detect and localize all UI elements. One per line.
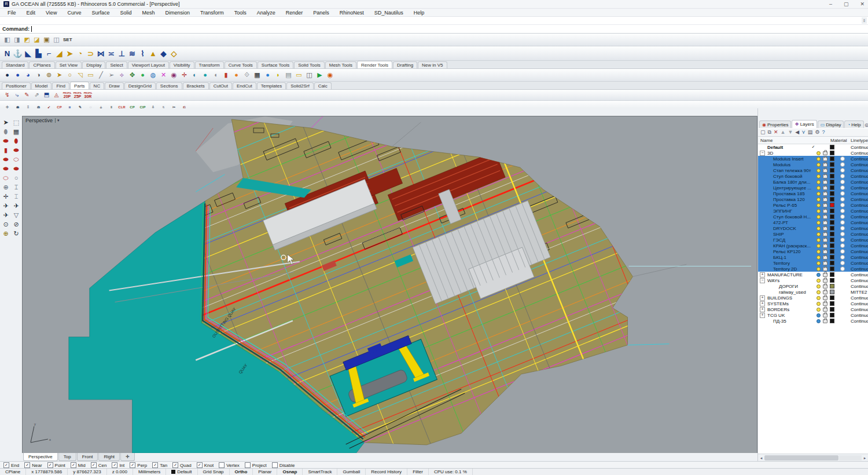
tab-display[interactable]: Display (82, 61, 105, 68)
tab-positioner[interactable]: Positioner (2, 82, 31, 89)
tab-find[interactable]: Find (52, 82, 69, 89)
toolbar-icon[interactable]: ● (13, 71, 23, 79)
toolbar-icon[interactable]: ➤ (65, 49, 75, 58)
tab-surface-tools[interactable]: Surface Tools (258, 61, 293, 68)
new-layer-icon[interactable]: ▢ (760, 130, 766, 135)
tab-model[interactable]: Model (31, 82, 52, 89)
toolbar-icon[interactable]: ✕ (159, 71, 168, 79)
layer-lock-icon[interactable] (823, 313, 827, 317)
osnap-checkbox[interactable]: ✓ (130, 462, 135, 468)
layer-visibility-bulb-icon[interactable] (816, 284, 821, 288)
layer-linetype[interactable]: Continuous (851, 145, 868, 150)
layer-linetype[interactable]: Continuous (851, 180, 868, 185)
layer-visibility-bulb-icon[interactable] (816, 232, 821, 236)
layer-color-swatch[interactable] (830, 162, 834, 167)
layer-row[interactable]: Стул боковой Continuous (758, 173, 868, 179)
osnap-mid[interactable]: ✓ Mid (71, 462, 86, 468)
layer-color-swatch[interactable] (830, 209, 834, 213)
toolbar-icon[interactable]: ▦ (252, 71, 262, 79)
menu-view[interactable]: View (41, 10, 62, 16)
layer-color-swatch[interactable] (830, 307, 834, 312)
osnap-checkbox[interactable]: ✓ (47, 462, 53, 468)
layer-linetype[interactable]: Continuous (851, 255, 868, 260)
scrollbar-thumb[interactable] (764, 455, 838, 461)
toolbar-icon[interactable]: ▶ (315, 71, 325, 79)
layer-visibility-bulb-icon[interactable] (816, 273, 821, 277)
column-name[interactable]: Name (758, 138, 830, 143)
layer-visibility-bulb-icon[interactable] (816, 180, 821, 184)
move-down-icon[interactable]: ▼ (788, 130, 793, 135)
layer-row[interactable]: railway_used MITTE2 (758, 289, 868, 295)
toolbar-icon[interactable]: ◖ (211, 71, 220, 79)
osnap-checkbox[interactable]: ✓ (197, 462, 203, 468)
layer-visibility-bulb-icon[interactable] (816, 296, 821, 300)
layer-row[interactable]: Центрирующее ... Continuous (758, 185, 868, 191)
toolbar-icon[interactable]: ▤ (284, 71, 293, 79)
layer-lock-icon[interactable] (823, 203, 827, 207)
osnap-tan[interactable]: ✓ Tan (152, 462, 167, 468)
layer-visibility-bulb-icon[interactable] (816, 308, 821, 312)
layer-material-icon[interactable] (840, 203, 845, 207)
layer-color-swatch[interactable] (830, 313, 834, 317)
layer-material-icon[interactable] (840, 232, 845, 236)
set-button[interactable]: SET (63, 37, 72, 42)
layer-linetype[interactable]: Continuous (851, 168, 868, 173)
tools-icon[interactable]: ⚙ (815, 130, 819, 135)
tab-parts[interactable]: Parts (70, 82, 89, 89)
tab-sections[interactable]: Sections (156, 82, 182, 89)
toolbar-icon[interactable]: ⊃ (86, 49, 95, 58)
layer-linetype[interactable]: Continuous (851, 197, 868, 202)
sidebar-tool-icon[interactable]: ○ (12, 173, 21, 182)
toolbar-icon[interactable]: ⌐ (44, 49, 54, 58)
layer-color-swatch[interactable] (830, 180, 834, 184)
layer-row[interactable]: + BORDERs Continuous (758, 306, 868, 312)
layer-color-swatch[interactable] (830, 191, 834, 196)
sidebar-tool-icon[interactable]: ⊙ (1, 220, 11, 229)
panel-menu-icon[interactable]: ⊚ (865, 122, 868, 128)
layer-color-swatch[interactable] (830, 266, 834, 271)
restore-button[interactable]: ▢ (844, 1, 849, 7)
osnap-perp[interactable]: ✓ Perp (130, 462, 147, 468)
layer-row[interactable]: Рельс Р-65 Continuous (758, 202, 868, 208)
toolbar-icon[interactable]: ⇗ (32, 91, 42, 100)
layer-linetype[interactable]: Continuous (851, 243, 868, 249)
layer-visibility-bulb-icon[interactable] (816, 250, 821, 254)
toggle-osnap[interactable]: Osnap (277, 469, 303, 475)
scroll-left-icon[interactable]: ◂ (759, 456, 764, 461)
layer-visibility-bulb-icon[interactable] (816, 151, 821, 155)
toolbar-icon[interactable]: ▣ (42, 35, 52, 44)
osnap-project[interactable]: Project (245, 462, 267, 468)
toggle-planar[interactable]: Planar (253, 469, 277, 475)
sidebar-tool-icon[interactable]: ⬬ (1, 136, 11, 145)
layer-row[interactable]: Рельс КР120 Continuous (758, 249, 868, 254)
toolbar-icon[interactable]: ✛ (179, 71, 189, 79)
scrollbar-track[interactable] (839, 455, 862, 461)
layer-linetype[interactable]: Continuous (851, 203, 868, 208)
layer-linetype[interactable]: Continuous (851, 214, 868, 220)
tab-mesh-tools[interactable]: Mesh Tools (325, 61, 356, 68)
vptab-right[interactable]: Right (98, 453, 120, 461)
layer-visibility-bulb-icon[interactable] (816, 238, 821, 242)
toolbar-icon[interactable]: ⟡ (117, 71, 127, 79)
tab-transform[interactable]: Transform (195, 61, 224, 68)
osnap-checkbox[interactable]: ✓ (24, 462, 30, 468)
layer-linetype[interactable]: Continuous (851, 249, 868, 254)
panel-tab-properties[interactable]: ◉ Properties (759, 120, 791, 128)
layer-linetype[interactable]: Continuous (851, 185, 868, 191)
tab-solid2srf[interactable]: Solid2Srf (286, 82, 313, 89)
layer-visibility-bulb-icon[interactable] (816, 279, 821, 283)
layer-color-swatch[interactable] (830, 151, 834, 155)
layer-color-swatch[interactable] (830, 237, 834, 242)
layer-row[interactable]: Проставка 185 Continuous (758, 191, 868, 196)
layer-lock-icon[interactable] (823, 261, 827, 265)
filter-icon[interactable]: ⋎ (801, 130, 806, 135)
command-history[interactable]: ⇕ (0, 17, 868, 25)
layer-lock-icon[interactable] (823, 267, 827, 271)
layer-visibility-bulb-icon[interactable] (816, 192, 821, 196)
layer-row[interactable]: 472-РТ Continuous (758, 220, 868, 225)
tab-set-view[interactable]: Set View (56, 61, 82, 68)
pane-z[interactable]: z 0.000 (107, 469, 133, 475)
layer-row[interactable]: Проставка 120 Continuous (758, 196, 868, 202)
layer-visibility-bulb-icon[interactable] (816, 226, 821, 231)
pane-cplane[interactable]: CPlane (0, 469, 26, 475)
